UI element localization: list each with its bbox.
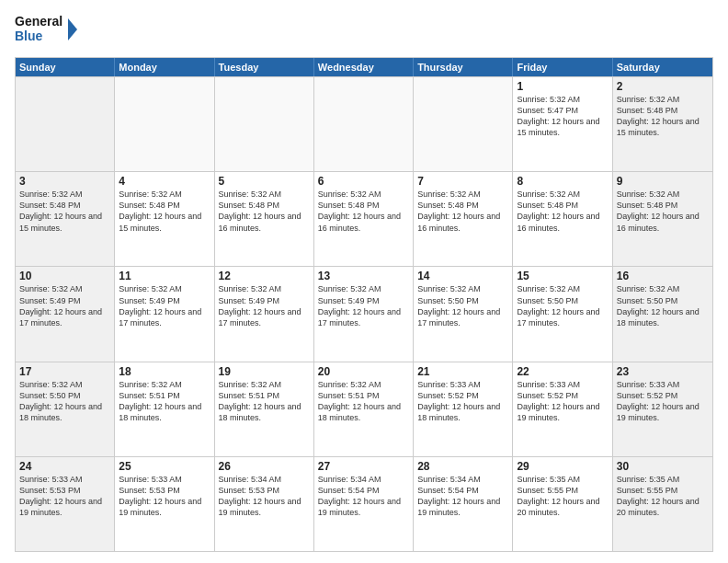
cal-cell-5-4: 27Sunrise: 5:34 AM Sunset: 5:54 PM Dayli…	[314, 457, 414, 551]
day-info: Sunrise: 5:34 AM Sunset: 5:54 PM Dayligh…	[417, 474, 508, 519]
day-number: 7	[417, 175, 508, 188]
day-info: Sunrise: 5:34 AM Sunset: 5:53 PM Dayligh…	[219, 474, 310, 519]
cal-cell-5-5: 28Sunrise: 5:34 AM Sunset: 5:54 PM Dayli…	[414, 457, 513, 551]
day-info: Sunrise: 5:32 AM Sunset: 5:48 PM Dayligh…	[517, 189, 608, 234]
cal-cell-1-3	[215, 77, 314, 171]
calendar-row-2: 3Sunrise: 5:32 AM Sunset: 5:48 PM Daylig…	[16, 171, 712, 266]
cal-cell-4-5: 21Sunrise: 5:33 AM Sunset: 5:52 PM Dayli…	[414, 362, 513, 456]
calendar-row-3: 10Sunrise: 5:32 AM Sunset: 5:49 PM Dayli…	[16, 266, 712, 361]
day-number: 11	[119, 270, 210, 282]
day-info: Sunrise: 5:33 AM Sunset: 5:53 PM Dayligh…	[119, 474, 210, 519]
cal-cell-4-4: 20Sunrise: 5:32 AM Sunset: 5:51 PM Dayli…	[314, 362, 414, 456]
cal-cell-3-6: 15Sunrise: 5:32 AM Sunset: 5:50 PM Dayli…	[513, 267, 612, 361]
day-number: 27	[318, 460, 409, 473]
day-number: 4	[119, 175, 210, 188]
svg-marker-2	[68, 18, 77, 40]
day-number: 12	[219, 270, 310, 282]
day-info: Sunrise: 5:32 AM Sunset: 5:49 PM Dayligh…	[119, 283, 210, 328]
day-number: 23	[617, 365, 709, 378]
cal-cell-2-7: 9Sunrise: 5:32 AM Sunset: 5:48 PM Daylig…	[613, 172, 712, 266]
weekday-header-thursday: Thursday	[414, 58, 513, 76]
day-info: Sunrise: 5:35 AM Sunset: 5:55 PM Dayligh…	[517, 474, 608, 519]
cal-cell-1-2	[115, 77, 214, 171]
day-info: Sunrise: 5:32 AM Sunset: 5:48 PM Dayligh…	[617, 94, 709, 139]
day-number: 10	[19, 270, 110, 282]
day-number: 13	[318, 270, 409, 282]
day-info: Sunrise: 5:32 AM Sunset: 5:50 PM Dayligh…	[617, 283, 709, 328]
day-info: Sunrise: 5:32 AM Sunset: 5:49 PM Dayligh…	[219, 283, 310, 328]
day-number: 14	[417, 270, 508, 282]
day-info: Sunrise: 5:33 AM Sunset: 5:53 PM Dayligh…	[19, 474, 110, 519]
day-info: Sunrise: 5:32 AM Sunset: 5:48 PM Dayligh…	[219, 189, 310, 234]
cal-cell-2-1: 3Sunrise: 5:32 AM Sunset: 5:48 PM Daylig…	[16, 172, 115, 266]
day-info: Sunrise: 5:33 AM Sunset: 5:52 PM Dayligh…	[417, 379, 508, 424]
weekday-header-saturday: Saturday	[613, 58, 712, 76]
cal-cell-3-2: 11Sunrise: 5:32 AM Sunset: 5:49 PM Dayli…	[115, 267, 214, 361]
calendar-row-4: 17Sunrise: 5:32 AM Sunset: 5:50 PM Dayli…	[16, 362, 712, 456]
day-number: 15	[517, 270, 608, 282]
weekday-header-sunday: Sunday	[16, 58, 115, 76]
cal-cell-1-7: 2Sunrise: 5:32 AM Sunset: 5:48 PM Daylig…	[613, 77, 712, 171]
day-info: Sunrise: 5:32 AM Sunset: 5:48 PM Dayligh…	[318, 189, 409, 234]
day-number: 28	[417, 460, 508, 473]
cal-cell-3-5: 14Sunrise: 5:32 AM Sunset: 5:50 PM Dayli…	[414, 267, 513, 361]
cal-cell-5-3: 26Sunrise: 5:34 AM Sunset: 5:53 PM Dayli…	[215, 457, 314, 551]
cal-cell-1-1	[16, 77, 115, 171]
cal-cell-5-2: 25Sunrise: 5:33 AM Sunset: 5:53 PM Dayli…	[115, 457, 214, 551]
day-info: Sunrise: 5:32 AM Sunset: 5:48 PM Dayligh…	[119, 189, 210, 234]
cal-cell-1-6: 1Sunrise: 5:32 AM Sunset: 5:47 PM Daylig…	[513, 77, 612, 171]
page: General Blue SundayMondayTuesdayWednesda…	[0, 0, 728, 563]
svg-text:General: General	[15, 14, 63, 29]
day-number: 20	[318, 365, 409, 378]
calendar-body: 1Sunrise: 5:32 AM Sunset: 5:47 PM Daylig…	[16, 76, 712, 551]
day-info: Sunrise: 5:32 AM Sunset: 5:48 PM Dayligh…	[19, 189, 110, 234]
day-info: Sunrise: 5:32 AM Sunset: 5:49 PM Dayligh…	[19, 283, 110, 328]
day-info: Sunrise: 5:32 AM Sunset: 5:50 PM Dayligh…	[517, 283, 608, 328]
header: General Blue	[15, 11, 713, 48]
cal-cell-1-5	[414, 77, 513, 171]
weekday-header-wednesday: Wednesday	[314, 58, 414, 76]
cal-cell-3-1: 10Sunrise: 5:32 AM Sunset: 5:49 PM Dayli…	[16, 267, 115, 361]
cal-cell-3-7: 16Sunrise: 5:32 AM Sunset: 5:50 PM Dayli…	[613, 267, 712, 361]
day-info: Sunrise: 5:32 AM Sunset: 5:48 PM Dayligh…	[417, 189, 508, 234]
cal-cell-5-1: 24Sunrise: 5:33 AM Sunset: 5:53 PM Dayli…	[16, 457, 115, 551]
weekday-header-friday: Friday	[513, 58, 612, 76]
day-number: 18	[119, 365, 210, 378]
day-number: 26	[219, 460, 310, 473]
cal-cell-3-3: 12Sunrise: 5:32 AM Sunset: 5:49 PM Dayli…	[215, 267, 314, 361]
cal-cell-2-2: 4Sunrise: 5:32 AM Sunset: 5:48 PM Daylig…	[115, 172, 214, 266]
cal-cell-2-4: 6Sunrise: 5:32 AM Sunset: 5:48 PM Daylig…	[314, 172, 414, 266]
day-number: 1	[517, 80, 608, 93]
day-number: 8	[517, 175, 608, 188]
day-info: Sunrise: 5:32 AM Sunset: 5:51 PM Dayligh…	[318, 379, 409, 424]
day-number: 30	[617, 460, 709, 473]
cal-cell-4-7: 23Sunrise: 5:33 AM Sunset: 5:52 PM Dayli…	[613, 362, 712, 456]
day-info: Sunrise: 5:32 AM Sunset: 5:51 PM Dayligh…	[219, 379, 310, 424]
cal-cell-4-1: 17Sunrise: 5:32 AM Sunset: 5:50 PM Dayli…	[16, 362, 115, 456]
day-info: Sunrise: 5:33 AM Sunset: 5:52 PM Dayligh…	[617, 379, 709, 424]
day-number: 25	[119, 460, 210, 473]
day-number: 6	[318, 175, 409, 188]
day-info: Sunrise: 5:32 AM Sunset: 5:51 PM Dayligh…	[119, 379, 210, 424]
cal-cell-3-4: 13Sunrise: 5:32 AM Sunset: 5:49 PM Dayli…	[314, 267, 414, 361]
logo: General Blue	[15, 11, 79, 48]
day-number: 22	[517, 365, 608, 378]
day-number: 16	[617, 270, 709, 282]
cal-cell-2-5: 7Sunrise: 5:32 AM Sunset: 5:48 PM Daylig…	[414, 172, 513, 266]
calendar-row-1: 1Sunrise: 5:32 AM Sunset: 5:47 PM Daylig…	[16, 76, 712, 171]
calendar-header-row: SundayMondayTuesdayWednesdayThursdayFrid…	[16, 58, 712, 76]
logo-svg: General Blue	[15, 11, 79, 48]
calendar-row-5: 24Sunrise: 5:33 AM Sunset: 5:53 PM Dayli…	[16, 456, 712, 551]
day-info: Sunrise: 5:34 AM Sunset: 5:54 PM Dayligh…	[318, 474, 409, 519]
day-number: 5	[219, 175, 310, 188]
svg-text:Blue: Blue	[15, 29, 43, 43]
day-info: Sunrise: 5:35 AM Sunset: 5:55 PM Dayligh…	[617, 474, 709, 519]
day-info: Sunrise: 5:32 AM Sunset: 5:48 PM Dayligh…	[617, 189, 709, 234]
weekday-header-tuesday: Tuesday	[215, 58, 314, 76]
day-number: 2	[617, 80, 709, 93]
weekday-header-monday: Monday	[115, 58, 214, 76]
day-number: 3	[19, 175, 110, 188]
day-info: Sunrise: 5:32 AM Sunset: 5:50 PM Dayligh…	[19, 379, 110, 424]
cal-cell-2-6: 8Sunrise: 5:32 AM Sunset: 5:48 PM Daylig…	[513, 172, 612, 266]
cal-cell-2-3: 5Sunrise: 5:32 AM Sunset: 5:48 PM Daylig…	[215, 172, 314, 266]
